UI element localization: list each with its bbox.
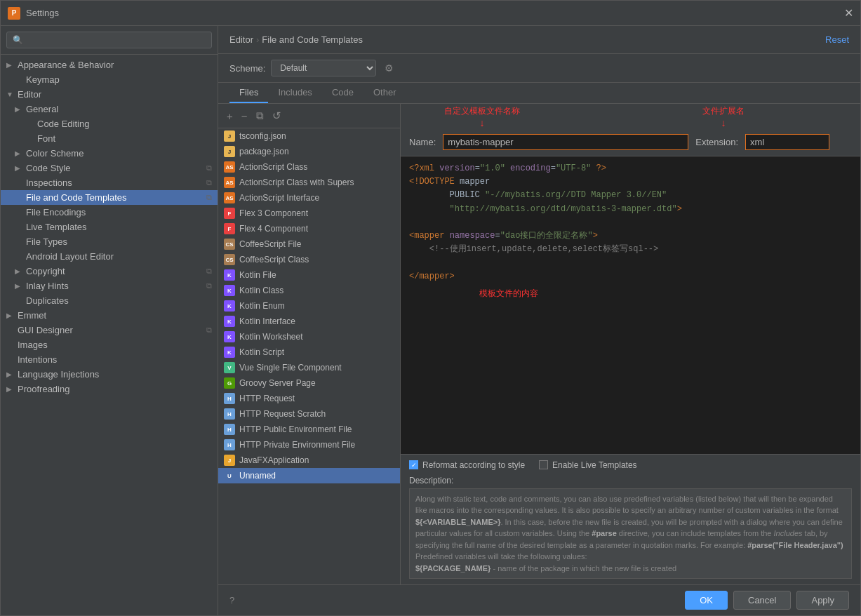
file-item-coffee-class[interactable]: CS CoffeeScript Class (218, 252, 400, 267)
file-type-icon: K (224, 331, 235, 342)
sidebar-item-code-editing[interactable]: Code Editing (1, 116, 218, 131)
file-item-kotlin-enum[interactable]: K Kotlin Enum (218, 298, 400, 314)
help-button[interactable]: ? (229, 595, 234, 605)
sidebar-item-inspections[interactable]: Inspections ⧉ (1, 175, 218, 190)
file-item-http-request[interactable]: H HTTP Request (218, 391, 400, 406)
file-item-http-public[interactable]: H HTTP Public Environment File (218, 422, 400, 437)
tab-files[interactable]: Files (229, 83, 268, 103)
ext-input[interactable] (745, 134, 829, 150)
arrow-icon: ▶ (15, 282, 26, 290)
file-item-tsconfig[interactable]: J tsconfig.json (218, 128, 400, 144)
file-item-as-supers[interactable]: AS ActionScript Class with Supers (218, 175, 400, 190)
sidebar-item-file-code-templates[interactable]: File and Code Templates ⧉ (1, 190, 218, 205)
sidebar-item-editor[interactable]: ▼ Editor (1, 87, 218, 102)
file-type-icon: H (224, 393, 235, 404)
breadcrumb: Editor › File and Code Templates (229, 34, 825, 45)
sidebar-item-label: File Encodings (26, 207, 212, 217)
remove-button[interactable]: − (239, 109, 251, 123)
sidebar-item-inlay-hints[interactable]: ▶ Inlay Hints ⧉ (1, 279, 218, 293)
sidebar-item-keymap[interactable]: Keymap (1, 72, 218, 87)
ok-button[interactable]: OK (685, 591, 728, 610)
tab-code[interactable]: Code (322, 83, 363, 103)
tab-includes[interactable]: Includes (268, 83, 321, 103)
file-item-flex4[interactable]: F Flex 4 Component (218, 221, 400, 236)
file-item-kotlin-interface[interactable]: K Kotlin Interface (218, 314, 400, 329)
main-content: ▶ Appearance & Behavior Keymap ▼ Editor … (1, 26, 860, 615)
live-templates-checkbox[interactable] (539, 460, 548, 469)
file-item-coffee-file[interactable]: CS CoffeeScript File (218, 236, 400, 252)
description-text: Along with static text, code and comment… (409, 488, 852, 580)
file-item-groovy[interactable]: G Groovy Server Page (218, 375, 400, 391)
file-item-http-private[interactable]: H HTTP Private Environment File (218, 437, 400, 453)
reset-button[interactable]: ↺ (269, 108, 284, 123)
sidebar-item-general[interactable]: ▶ General (1, 102, 218, 116)
file-item-label: Kotlin Class (239, 286, 283, 295)
sidebar-item-images[interactable]: Images (1, 337, 218, 352)
file-type-icon: AS (224, 161, 235, 173)
title-bar: P Settings ✕ (1, 1, 860, 26)
sidebar-item-font[interactable]: Font (1, 131, 218, 146)
file-item-label: CoffeeScript File (239, 239, 301, 249)
code-line: <!--使用insert,update,delete,select标签写sql-… (409, 243, 852, 256)
file-type-icon: H (224, 424, 235, 435)
sidebar-item-file-encodings[interactable]: File Encodings (1, 205, 218, 220)
cancel-button[interactable]: Cancel (733, 591, 791, 610)
file-item-http-scratch[interactable]: H HTTP Request Scratch (218, 406, 400, 422)
arrow-icon: ▶ (15, 267, 26, 275)
file-type-icon: K (224, 347, 235, 358)
reformat-checkbox[interactable] (409, 460, 418, 469)
sidebar-item-language-injections[interactable]: ▶ Language Injections (1, 367, 218, 382)
sidebar-item-intentions[interactable]: Intentions (1, 352, 218, 367)
reset-button[interactable]: Reset (825, 34, 849, 45)
file-type-icon: H (224, 408, 235, 420)
file-item-kotlin-script[interactable]: K Kotlin Script (218, 344, 400, 360)
file-type-icon: H (224, 439, 235, 450)
sidebar-item-copyright[interactable]: ▶ Copyright ⧉ (1, 264, 218, 279)
file-item-kotlin-file[interactable]: K Kotlin File (218, 267, 400, 283)
file-item-unnamed[interactable]: U Unnamed (218, 468, 400, 483)
add-button[interactable]: + (224, 109, 236, 123)
sidebar-item-file-types[interactable]: File Types (1, 234, 218, 249)
annotation-ext-container: 文件扩展名 ↓ (702, 105, 745, 128)
copy-icon: ⧉ (206, 178, 212, 187)
sidebar-item-code-style[interactable]: ▶ Code Style ⧉ (1, 161, 218, 175)
file-item-kotlin-worksheet[interactable]: K Kotlin Worksheet (218, 329, 400, 344)
file-item-javafx[interactable]: J JavaFXApplication (218, 453, 400, 468)
file-item-as-interface[interactable]: AS ActionScript Interface (218, 190, 400, 206)
arrow-icon: ▶ (15, 149, 26, 157)
panel-header: Editor › File and Code Templates Reset (218, 26, 860, 54)
arrow-icon: ▼ (6, 91, 18, 98)
arrow-icon: ▶ (15, 164, 26, 172)
file-type-icon: J (224, 455, 235, 466)
sidebar-item-emmet[interactable]: ▶ Emmet (1, 308, 218, 323)
apply-button[interactable]: Apply (796, 591, 849, 610)
file-item-kotlin-class[interactable]: K Kotlin Class (218, 283, 400, 298)
sidebar-item-android-layout[interactable]: Android Layout Editor (1, 249, 218, 264)
sidebar-item-proofreading[interactable]: ▶ Proofreading (1, 382, 218, 396)
ext-label: Extension: (695, 137, 738, 147)
copy-button[interactable]: ⧉ (253, 108, 267, 123)
file-item-vue[interactable]: V Vue Single File Component (218, 360, 400, 375)
close-button[interactable]: ✕ (844, 6, 853, 20)
name-input[interactable] (443, 134, 688, 150)
code-editor[interactable]: <?xml version="1.0" encoding="UTF-8" ?> … (401, 156, 860, 454)
sidebar-item-appearance[interactable]: ▶ Appearance & Behavior (1, 58, 218, 72)
file-item-label: Kotlin Enum (239, 301, 285, 311)
sidebar-item-gui-designer[interactable]: GUI Designer ⧉ (1, 323, 218, 337)
copy-icon: ⧉ (206, 163, 212, 173)
file-item-package[interactable]: J package.json (218, 144, 400, 159)
scheme-select[interactable]: Default (271, 60, 376, 76)
description-title: Description: (409, 476, 852, 486)
file-item-as-class[interactable]: AS ActionScript Class (218, 159, 400, 175)
tab-other[interactable]: Other (363, 83, 406, 103)
gear-button[interactable]: ⚙ (382, 61, 396, 75)
sidebar-item-live-templates[interactable]: Live Templates (1, 220, 218, 234)
file-item-flex3[interactable]: F Flex 3 Component (218, 206, 400, 221)
sidebar-item-duplicates[interactable]: Duplicates (1, 293, 218, 308)
sidebar-item-color-scheme[interactable]: ▶ Color Scheme (1, 146, 218, 161)
file-item-label: Flex 4 Component (239, 224, 308, 234)
search-input[interactable] (6, 32, 212, 48)
options-row: Reformat according to style Enable Live … (409, 460, 852, 470)
reformat-checkbox-label[interactable]: Reformat according to style (409, 460, 525, 470)
live-templates-checkbox-label[interactable]: Enable Live Templates (539, 460, 637, 470)
